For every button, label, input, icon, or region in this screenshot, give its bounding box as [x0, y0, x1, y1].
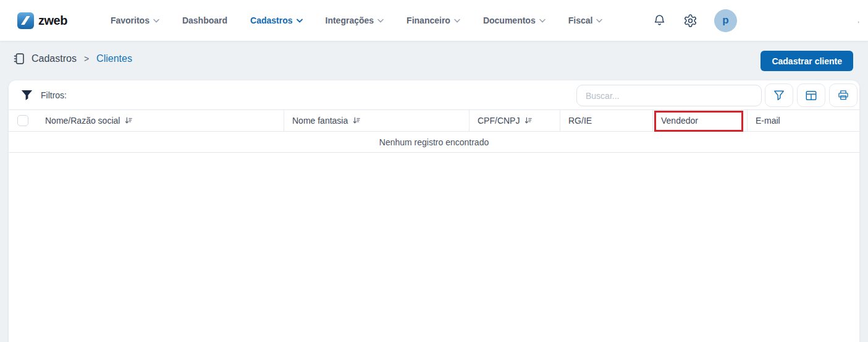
header-email[interactable]: E-mail	[748, 110, 859, 131]
search-input[interactable]	[576, 85, 762, 106]
nav-item-favoritos[interactable]: Favoritos	[111, 15, 159, 25]
filter-funnel-icon	[20, 89, 33, 101]
chevron-down-icon	[377, 19, 384, 23]
select-all-cell	[9, 110, 37, 131]
clients-list-card: Filtros:	[9, 80, 859, 342]
breadcrumb-parent[interactable]: Cadastros	[32, 53, 77, 64]
toolbar-buttons	[765, 83, 857, 107]
window-edge-mark: ,	[857, 16, 859, 24]
chevron-down-icon	[596, 19, 602, 23]
empty-state-message: Nenhum registro encontrado	[9, 132, 859, 153]
table-header-row: Nome/Razão social Nome fantasia CPF/CNPJ	[9, 110, 859, 132]
page-header: Cadastros > Clientes Cadastrar cliente	[0, 41, 868, 80]
nav-item-documentos[interactable]: Documentos	[483, 15, 546, 25]
sort-icon[interactable]	[124, 116, 133, 125]
main-nav: Favoritos Dashboard Cadastros Integraçõe…	[111, 15, 603, 25]
nav-item-integracoes[interactable]: Integrações	[326, 15, 384, 25]
header-rg-ie[interactable]: RG/IE	[560, 110, 653, 131]
filters-label: Filtros:	[41, 90, 67, 100]
cadastrar-cliente-button[interactable]: Cadastrar cliente	[761, 51, 853, 71]
breadcrumb: Cadastros > Clientes	[12, 52, 132, 66]
topbar-actions: p	[652, 0, 737, 41]
chevron-down-icon	[454, 19, 460, 23]
breadcrumb-current: Clientes	[96, 53, 132, 64]
settings-gear-icon[interactable]	[683, 14, 697, 28]
header-nome-fantasia[interactable]: Nome fantasia	[284, 110, 470, 131]
chevron-down-icon	[153, 19, 159, 23]
notifications-bell-icon[interactable]	[652, 14, 667, 28]
topbar: zweb Favoritos Dashboard Cadastros Integ…	[0, 0, 868, 41]
print-button[interactable]	[829, 83, 857, 107]
chevron-down-icon	[539, 19, 546, 23]
app-logo[interactable]: zweb	[17, 12, 67, 29]
nav-item-financeiro[interactable]: Financeiro	[407, 15, 460, 25]
header-vendedor[interactable]: Vendedor	[653, 110, 748, 131]
notebook-icon	[12, 52, 25, 66]
sort-icon[interactable]	[524, 116, 533, 125]
filter-button[interactable]	[765, 83, 793, 107]
nav-item-fiscal[interactable]: Fiscal	[568, 15, 603, 25]
user-avatar[interactable]: p	[714, 9, 737, 32]
header-nome-razao-social[interactable]: Nome/Razão social	[37, 110, 284, 131]
filters-toolbar: Filtros:	[9, 80, 859, 110]
select-all-checkbox[interactable]	[17, 115, 28, 126]
chevron-down-icon	[297, 19, 303, 23]
nav-item-cadastros[interactable]: Cadastros	[250, 15, 302, 25]
logo-icon	[17, 12, 34, 29]
sort-icon[interactable]	[352, 116, 361, 125]
nav-item-dashboard[interactable]: Dashboard	[182, 15, 227, 25]
logo-text: zweb	[38, 14, 67, 28]
breadcrumb-separator: >	[83, 54, 90, 64]
columns-button[interactable]	[797, 83, 825, 107]
header-cpf-cnpj[interactable]: CPF/CNPJ	[470, 110, 560, 131]
